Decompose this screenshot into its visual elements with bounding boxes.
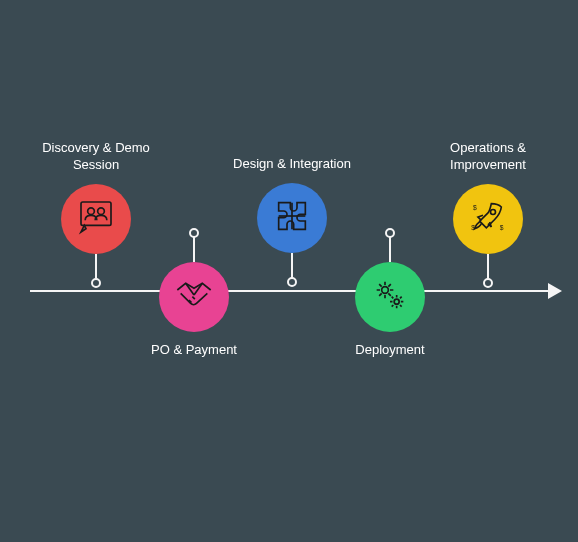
svg-point-7 bbox=[491, 209, 496, 214]
node-dot bbox=[189, 228, 199, 238]
svg-point-2 bbox=[98, 208, 105, 215]
svg-text:$: $ bbox=[500, 224, 504, 231]
process-timeline: Discovery & Demo Session bbox=[0, 0, 578, 542]
timeline-arrowhead bbox=[548, 283, 562, 299]
step-circle bbox=[257, 183, 327, 253]
step-label: Deployment bbox=[330, 342, 450, 359]
presentation-people-icon bbox=[76, 197, 116, 241]
gears-icon bbox=[370, 275, 410, 319]
step-label: Design & Integration bbox=[232, 156, 352, 173]
step-circle bbox=[355, 262, 425, 332]
step-circle bbox=[159, 262, 229, 332]
svg-text:$: $ bbox=[473, 204, 477, 211]
step-po-payment: PO & Payment bbox=[134, 262, 254, 359]
step-deployment: Deployment bbox=[330, 262, 450, 359]
handshake-icon bbox=[174, 275, 214, 319]
step-circle: $ $ $ bbox=[453, 184, 523, 254]
step-circle bbox=[61, 184, 131, 254]
svg-point-5 bbox=[382, 287, 389, 294]
svg-point-6 bbox=[394, 299, 399, 304]
step-discovery: Discovery & Demo Session bbox=[36, 140, 156, 254]
step-operations: Operations & Improvement $ $ $ bbox=[428, 140, 548, 254]
step-label: Discovery & Demo Session bbox=[36, 140, 156, 174]
puzzle-icon bbox=[272, 196, 312, 240]
rocket-launch-icon: $ $ $ bbox=[468, 197, 508, 241]
timeline-axis bbox=[30, 290, 550, 292]
node-dot bbox=[483, 278, 493, 288]
svg-point-1 bbox=[88, 208, 95, 215]
svg-rect-0 bbox=[81, 202, 111, 225]
step-label: PO & Payment bbox=[134, 342, 254, 359]
svg-text:$: $ bbox=[471, 224, 475, 231]
node-dot bbox=[385, 228, 395, 238]
node-dot bbox=[91, 278, 101, 288]
node-dot bbox=[287, 277, 297, 287]
step-label: Operations & Improvement bbox=[428, 140, 548, 174]
step-design-integration: Design & Integration bbox=[232, 156, 352, 253]
